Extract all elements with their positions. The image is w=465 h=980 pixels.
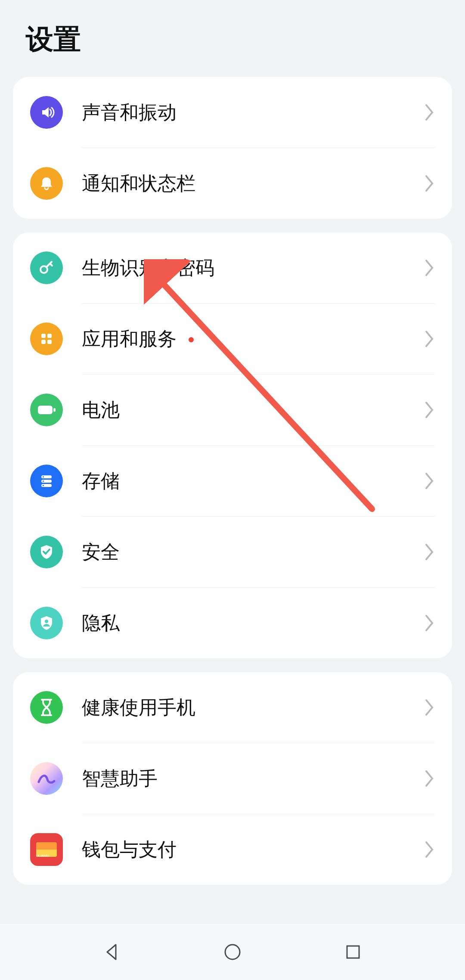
row-sound-label: 声音和振动 [82, 100, 177, 125]
nav-recent-button[interactable] [334, 933, 372, 971]
wallet-brand-label: HUAWEI [36, 854, 49, 858]
row-sound[interactable]: 声音和振动 [13, 77, 452, 148]
nav-back-button[interactable] [93, 933, 131, 971]
chevron-right-icon [425, 401, 435, 419]
row-notify-label: 通知和状态栏 [82, 171, 195, 196]
svg-rect-16 [347, 946, 359, 958]
chevron-right-icon [425, 259, 435, 277]
svg-point-11 [43, 481, 44, 482]
shield-check-icon [30, 536, 63, 568]
row-battery-label: 电池 [82, 397, 120, 423]
row-assist[interactable]: 智慧助手 [13, 743, 452, 814]
battery-icon [30, 394, 63, 426]
row-wallet-label: 钱包与支付 [82, 837, 177, 862]
svg-rect-3 [41, 340, 46, 344]
bell-icon [30, 167, 63, 200]
svg-point-10 [43, 476, 44, 478]
chevron-right-icon [425, 698, 435, 716]
row-apps[interactable]: 应用和服务 [13, 304, 452, 374]
svg-rect-4 [47, 340, 52, 344]
hourglass-icon [30, 691, 63, 724]
row-security-label: 安全 [82, 540, 120, 565]
chevron-right-icon [425, 103, 435, 121]
row-apps-label: 应用和服务 [82, 326, 177, 352]
svg-point-13 [45, 620, 48, 623]
settings-group-2: 生物识别和密码 应用和服务 电池 [13, 233, 452, 658]
page-title: 设置 [0, 0, 465, 77]
chevron-right-icon [425, 330, 435, 348]
chevron-right-icon [425, 543, 435, 561]
row-notify[interactable]: 通知和状态栏 [13, 148, 452, 219]
row-battery[interactable]: 电池 [13, 375, 452, 445]
row-storage[interactable]: 存储 [13, 446, 452, 516]
key-icon [30, 251, 63, 284]
row-privacy-label: 隐私 [82, 611, 120, 636]
svg-point-12 [43, 485, 44, 486]
assistant-icon [30, 762, 63, 795]
row-security[interactable]: 安全 [13, 517, 452, 587]
badge-dot [189, 337, 194, 342]
svg-rect-1 [41, 334, 46, 338]
row-digital[interactable]: 健康使用手机 [13, 672, 452, 743]
row-privacy[interactable]: 隐私 [13, 588, 452, 658]
row-storage-label: 存储 [82, 468, 120, 494]
settings-group-1: 声音和振动 通知和状态栏 [13, 77, 452, 219]
svg-point-15 [225, 945, 240, 959]
row-biometrics[interactable]: 生物识别和密码 [13, 233, 452, 303]
chevron-right-icon [425, 840, 435, 859]
shield-user-icon [30, 607, 63, 639]
chevron-right-icon [425, 174, 435, 192]
svg-rect-5 [38, 406, 53, 414]
settings-group-3: 健康使用手机 智慧助手 HUAWEI 钱包与支付 [13, 672, 452, 885]
row-wallet[interactable]: HUAWEI 钱包与支付 [13, 814, 452, 885]
row-digital-label: 健康使用手机 [82, 695, 195, 720]
svg-rect-6 [53, 408, 56, 412]
chevron-right-icon [425, 614, 435, 632]
chevron-right-icon [425, 472, 435, 490]
row-biometrics-label: 生物识别和密码 [82, 255, 214, 281]
wallet-icon: HUAWEI [30, 833, 63, 866]
system-nav-bar [0, 924, 465, 980]
storage-icon [30, 465, 63, 497]
row-assist-label: 智慧助手 [82, 766, 158, 791]
apps-icon [30, 323, 63, 355]
chevron-right-icon [425, 769, 435, 788]
nav-home-button[interactable] [213, 933, 252, 971]
sound-icon [30, 96, 63, 129]
svg-rect-2 [47, 334, 52, 338]
